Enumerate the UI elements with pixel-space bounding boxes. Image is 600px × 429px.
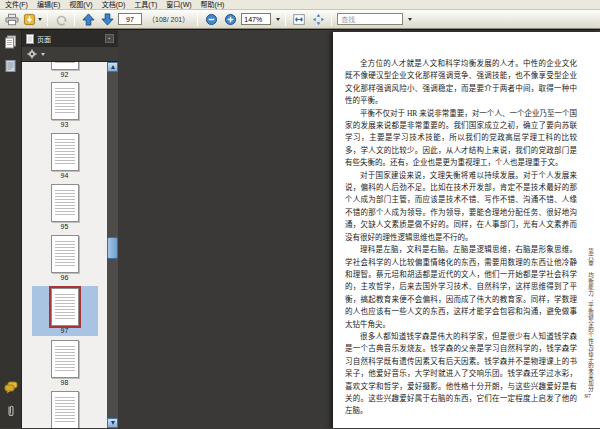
menu-edit[interactable]: 编辑(E)	[37, 0, 60, 9]
page-count-indicator: （108/ 201）	[148, 14, 189, 24]
attachments-panel-button[interactable]	[6, 404, 16, 422]
panel-menu-button[interactable]: ▪	[105, 34, 114, 43]
print-button[interactable]	[4, 11, 20, 27]
paragraph: 理科是左脑，文科是右脑。左脑是逻辑思维，右脑是形象思维。学社会科学的人比较偏重情…	[345, 244, 577, 331]
paragraph: 很多人都知道钱学森是伟大的科学家，但是很少有人知道钱学森是一个古典音乐发烧友。钱…	[345, 331, 577, 418]
thumbnail-page-number: 96	[61, 274, 69, 282]
search-input[interactable]	[337, 13, 403, 25]
pages-icon	[4, 35, 17, 49]
thumbnail-page-number: 98	[61, 379, 69, 387]
toolbar-separator	[285, 13, 286, 26]
caret-down-icon	[38, 18, 42, 21]
zoom-level-input[interactable]	[241, 13, 271, 25]
zoom-out-button[interactable]	[203, 11, 219, 27]
toolbar-separator	[47, 13, 48, 26]
thumbnail-image[interactable]	[51, 62, 79, 70]
toolbar: （108/ 201）	[0, 10, 600, 29]
thumbnail-list[interactable]: 92 93 94 95	[22, 62, 118, 428]
comments-panel-button[interactable]	[4, 380, 18, 398]
page-number-input[interactable]	[118, 13, 142, 25]
fit-page-icon	[312, 13, 325, 26]
zoom-caret-icon[interactable]	[276, 18, 280, 21]
page-thumbnail[interactable]: 95	[22, 184, 107, 231]
zoom-in-button[interactable]	[222, 11, 238, 27]
thumbnail-image[interactable]	[51, 82, 79, 120]
printer-icon	[5, 13, 19, 26]
page-thumbnail[interactable]: 96	[22, 235, 107, 282]
pdf-reader-window: 文件(F) 编辑(E) 视图(V) 文档(D) 工具(T) 窗口(W) 帮助(H…	[0, 0, 600, 429]
undo-button[interactable]	[53, 11, 69, 27]
scrollbar-thumb[interactable]	[107, 237, 118, 259]
menu-document[interactable]: 文档(D)	[102, 0, 126, 9]
menu-bar: 文件(F) 编辑(E) 视图(V) 文档(D) 工具(T) 窗口(W) 帮助(H…	[0, 0, 600, 10]
page-thumbnail[interactable]: 94	[22, 133, 107, 180]
pages-panel-button[interactable]	[0, 30, 21, 54]
gear-icon[interactable]	[27, 49, 37, 59]
save-convert-button[interactable]	[23, 11, 42, 27]
zoom-in-icon	[224, 13, 237, 26]
navigation-panel-strip	[0, 30, 22, 428]
pages-panel-header: 页面 ▪	[22, 30, 118, 47]
options-caret-icon[interactable]	[41, 53, 45, 56]
pages-panel-options	[22, 47, 118, 62]
fit-width-button[interactable]	[291, 11, 307, 27]
thumbnail-image[interactable]	[51, 340, 79, 378]
pages-panel: 页面 ▪ 92	[22, 30, 118, 428]
thumbnail-image[interactable]	[51, 235, 79, 273]
fit-page-button[interactable]	[310, 11, 326, 27]
search-options-caret-icon[interactable]	[408, 18, 412, 21]
menu-view[interactable]: 视图(V)	[69, 0, 92, 9]
toolbar-separator	[74, 13, 75, 26]
document-area[interactable]: 全方位的人才就是人文和科学均衡发展的人才。中性的企业文化既不像硬汉型企业文化那样…	[118, 30, 600, 428]
page-icon	[26, 34, 34, 44]
main-area: 页面 ▪ 92	[0, 29, 600, 428]
toolbar-separator	[331, 13, 332, 26]
comments-icon	[4, 381, 18, 394]
sidebar-scrollbar[interactable]	[107, 62, 118, 428]
document-page[interactable]: 全方位的人才就是人文和科学均衡发展的人才。中性的企业文化既不像硬汉型企业文化那样…	[333, 32, 600, 428]
page-thumbnail[interactable]: 98	[22, 340, 107, 387]
thumbnail-page-number: 93	[61, 121, 69, 129]
page-thumbnail[interactable]: 93	[22, 82, 107, 129]
thumbnail-image[interactable]	[51, 184, 79, 222]
menu-file[interactable]: 文件(F)	[5, 0, 28, 9]
previous-page-button[interactable]	[80, 11, 96, 27]
paragraph: 平衡不仅对于 HR 来说非常重要，对一个人、一个企业乃至一个国家的发展来说都是非…	[345, 108, 577, 170]
thumbnail-image[interactable]	[51, 288, 79, 326]
thumbnail-page-number: 92	[61, 71, 69, 79]
zoom-out-icon	[205, 13, 218, 26]
paragraph: 对于国家建设来说，文理失衡将难以持续发展。对于个人发展来说，偏科的人后劲不足。比…	[345, 170, 577, 244]
menu-tools[interactable]: 工具(T)	[134, 0, 157, 9]
save-icon	[23, 13, 36, 26]
page-thumbnail[interactable]	[22, 391, 107, 428]
menu-help[interactable]: 帮助(H)	[201, 0, 225, 9]
paragraph: 全方位的人才就是人文和科学均衡发展的人才。中性的企业文化既不像硬汉型企业文化那样…	[345, 58, 577, 108]
thumbnail-page-number: 97	[61, 327, 69, 335]
arrow-up-icon	[82, 13, 95, 26]
undo-icon	[55, 13, 68, 26]
menu-window[interactable]: 窗口(W)	[166, 0, 191, 9]
next-page-button[interactable]	[99, 11, 115, 27]
page-thumbnail[interactable]: 92	[22, 62, 107, 79]
bookmarks-panel-button[interactable]	[0, 54, 21, 78]
printed-page-number: 97	[585, 392, 592, 399]
thumbnail-page-number: 95	[61, 223, 69, 231]
page-thumbnail-selected[interactable]: 97	[32, 286, 98, 336]
scroll-down-button[interactable]	[107, 418, 118, 428]
scroll-up-button[interactable]	[107, 62, 118, 72]
thumbnail-image[interactable]	[51, 391, 79, 428]
panel-title: 页面	[37, 34, 51, 44]
bookmarks-icon	[4, 59, 17, 73]
fit-width-icon	[292, 13, 306, 26]
arrow-down-icon	[101, 13, 114, 26]
thumbnail-page-number: 94	[61, 172, 69, 180]
toolbar-separator	[197, 13, 198, 26]
paperclip-icon	[6, 404, 16, 418]
thumbnail-image[interactable]	[51, 133, 79, 171]
